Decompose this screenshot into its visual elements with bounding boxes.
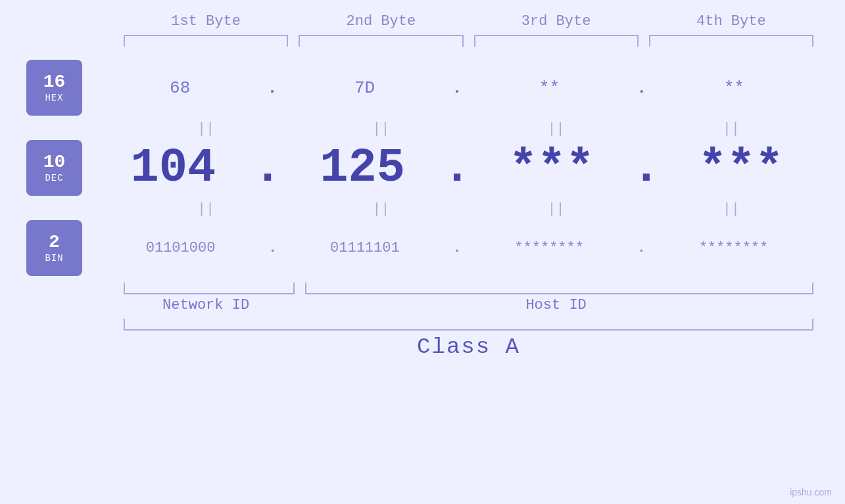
hex-badge: 16 HEX: [26, 60, 82, 116]
dec-val-2: 125: [285, 141, 441, 195]
dec-badge: 10 DEC: [26, 140, 82, 196]
host-id-label: Host ID: [293, 297, 819, 313]
class-bracket: [124, 319, 813, 331]
dec-dot-1: .: [251, 145, 285, 192]
hex-values: 68 . 7D . ** . **: [82, 78, 819, 98]
byte-header-2: 2nd Byte: [293, 13, 468, 30]
dec-dot-3: .: [629, 145, 663, 192]
dec-val-4: ***: [663, 141, 819, 195]
bottom-bracket-container: [26, 283, 819, 294]
hex-val-2: 7D: [280, 78, 449, 98]
equals-row-1: || || || ||: [26, 120, 819, 139]
bracket-4: [649, 35, 813, 47]
network-bracket: [124, 283, 295, 294]
hex-dot-1: .: [264, 80, 280, 97]
dec-values: 104 . 125 . *** . ***: [82, 141, 819, 195]
byte-headers: 1st Byte 2nd Byte 3rd Byte 4th Byte: [26, 13, 819, 30]
bin-badge-label: BIN: [45, 253, 63, 263]
equals-1-3: ||: [469, 120, 644, 139]
hex-badge-label: HEX: [45, 93, 63, 103]
hex-val-3: **: [465, 78, 634, 98]
equals-2-2: ||: [293, 200, 468, 219]
bin-val-4: ********: [648, 240, 819, 256]
dec-badge-num: 10: [43, 152, 66, 173]
hex-dot-3: .: [634, 80, 650, 97]
byte-header-1: 1st Byte: [118, 13, 293, 30]
bracket-3: [474, 35, 639, 47]
hex-dot-2: .: [449, 80, 465, 97]
id-labels-row: Network ID Host ID: [26, 297, 819, 313]
hex-row: 16 HEX 68 . 7D . ** . **: [26, 60, 819, 116]
class-label-row: Class A: [26, 334, 819, 359]
watermark: ipshu.com: [790, 487, 832, 497]
equals-1-2: ||: [293, 120, 468, 139]
bracket-2: [299, 35, 463, 47]
bin-val-1: 01101000: [95, 240, 266, 256]
top-bracket-row: [26, 35, 819, 47]
bin-row: 2 BIN 01101000 . 01111101 . ******** . *…: [26, 220, 819, 276]
bin-values: 01101000 . 01111101 . ******** . *******…: [82, 240, 819, 256]
dec-val-3: ***: [474, 141, 630, 195]
dec-dot-2: .: [440, 145, 473, 192]
host-bracket: [305, 283, 813, 294]
network-id-label: Network ID: [118, 297, 293, 313]
bin-dot-3: .: [635, 241, 648, 256]
dec-badge-label: DEC: [45, 173, 63, 183]
class-label: Class A: [118, 334, 819, 359]
hex-val-1: 68: [95, 78, 264, 98]
equals-1-4: ||: [644, 120, 819, 139]
equals-2-1: ||: [118, 200, 293, 219]
byte-header-3: 3rd Byte: [469, 13, 644, 30]
dec-row: 10 DEC 104 . 125 . *** . ***: [26, 140, 819, 196]
hex-badge-num: 16: [43, 72, 66, 93]
bin-dot-1: .: [266, 241, 279, 256]
class-bracket-row: [26, 319, 819, 331]
main-container: 1st Byte 2nd Byte 3rd Byte 4th Byte 16 H…: [0, 0, 845, 504]
equals-2-3: ||: [469, 200, 644, 219]
hex-val-4: **: [650, 78, 819, 98]
bin-badge: 2 BIN: [26, 220, 82, 276]
bin-badge-num: 2: [49, 233, 60, 253]
bin-val-2: 01111101: [279, 240, 450, 256]
bin-dot-2: .: [450, 241, 464, 256]
bin-val-3: ********: [464, 240, 635, 256]
bracket-1: [124, 35, 288, 47]
equals-1-1: ||: [118, 120, 293, 139]
byte-header-4: 4th Byte: [644, 13, 819, 30]
dec-val-1: 104: [95, 141, 251, 195]
equals-2-4: ||: [644, 200, 819, 219]
equals-row-2: || || || ||: [26, 200, 819, 219]
